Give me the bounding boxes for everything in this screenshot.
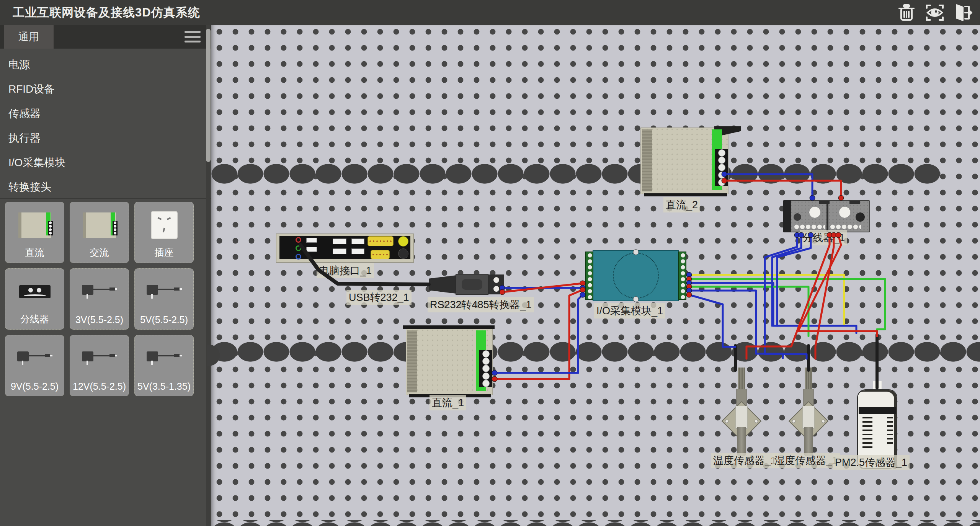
device-rs232-485-converter[interactable] <box>429 274 504 295</box>
sidebar-item-0[interactable]: 电源 <box>0 52 203 77</box>
device-tile-splitter[interactable]: 分线器 <box>5 268 64 330</box>
terminal-strip-left[interactable] <box>585 252 593 300</box>
wire-green <box>689 287 808 336</box>
pegboard-hole-band <box>211 164 941 184</box>
device-humidity-sensor[interactable] <box>791 368 826 456</box>
device-tile-adapter[interactable]: 5V(3.5-1.35) <box>134 335 194 396</box>
connector-dot <box>838 195 844 201</box>
probe-grip <box>738 368 745 390</box>
terminal-row[interactable] <box>794 224 825 229</box>
device-label: 温度传感器_1 <box>711 453 779 468</box>
mount-hole <box>792 420 795 423</box>
exit-icon[interactable] <box>953 3 973 23</box>
connector-dot <box>580 285 585 291</box>
device-label: RS232转485转换器_1 <box>428 297 534 312</box>
wire-red <box>746 235 830 359</box>
power-box-icon <box>70 207 129 243</box>
wire-blue <box>689 283 856 333</box>
audio-jack-green <box>296 245 301 251</box>
wire-green <box>689 279 885 336</box>
device-tile-adapter[interactable]: 9V(5.5-2.5) <box>5 335 64 396</box>
device-label: 直流_1 <box>430 395 466 410</box>
device-tile-adapter[interactable]: 3V(5.5-2.5) <box>70 268 129 330</box>
device-label: 分线器_1 <box>800 230 847 245</box>
tile-label: 12V(5.5-2.5) <box>70 381 129 392</box>
sidebar-item-4[interactable]: I/O采集模块 <box>0 150 203 175</box>
probe-grip <box>805 368 812 390</box>
pegboard-hole-band <box>211 342 980 362</box>
module-circle <box>613 253 659 299</box>
view-focus-icon[interactable] <box>925 3 945 23</box>
mount-hole <box>725 420 728 423</box>
lan-port <box>398 248 408 259</box>
wire-blue <box>765 235 807 359</box>
device-io-module[interactable] <box>593 250 679 301</box>
connector-dot <box>580 287 585 292</box>
divider <box>826 201 828 232</box>
device-palette: 直流交流插座分线器3V(5.5-2.5)5V(5.5-2.5)9V(5.5-2.… <box>5 202 194 396</box>
notch <box>819 201 830 204</box>
toolbar <box>897 3 980 23</box>
splitter-icon <box>5 274 64 309</box>
connector-dot <box>686 284 692 289</box>
device-dc-power-2[interactable] <box>640 127 728 194</box>
screw <box>633 296 639 302</box>
device-shadow <box>403 325 495 329</box>
connector-dot <box>686 288 692 293</box>
usb-port <box>333 248 346 254</box>
trash-icon[interactable] <box>897 3 916 23</box>
connector-dot <box>686 272 692 278</box>
adapter-icon <box>70 341 129 376</box>
mount-hole <box>794 213 801 221</box>
device-label: PM2.5传感器_1 <box>833 455 910 470</box>
terminal-strip-right[interactable] <box>678 252 686 300</box>
wire-red <box>502 283 583 292</box>
db9-port <box>371 250 390 259</box>
connector-dot <box>492 370 497 376</box>
usb-port <box>306 247 317 252</box>
adapter-icon <box>135 341 193 376</box>
device-label: 直流_2 <box>663 197 700 212</box>
scrollbar-thumb[interactable] <box>206 29 211 162</box>
sidebar-item-2[interactable]: 传感器 <box>0 101 203 126</box>
probe-sleeve <box>803 406 815 429</box>
pegboard-hole-band <box>211 520 980 526</box>
device-tile-socket[interactable]: 插座 <box>134 202 194 263</box>
device-tile-power-box[interactable]: 交流 <box>70 202 129 263</box>
knob <box>809 206 821 218</box>
tile-label: 直流 <box>5 246 64 259</box>
device-tile-adapter[interactable]: 12V(5.5-2.5) <box>70 335 129 396</box>
device-tile-adapter[interactable]: 5V(5.5-2.5) <box>134 268 194 330</box>
connector-dot <box>686 280 692 286</box>
terminal-block[interactable] <box>715 149 728 186</box>
tile-label: 插座 <box>135 246 193 259</box>
device-shadow <box>644 193 727 196</box>
sensor-band <box>859 407 896 414</box>
probe-sleeve <box>736 406 748 429</box>
device-temperature-sensor[interactable] <box>724 368 759 456</box>
sidebar-item-1[interactable]: RFID设备 <box>0 77 203 101</box>
device-computer-interface[interactable] <box>276 234 414 263</box>
terminal-block[interactable] <box>488 274 504 294</box>
workspace-canvas[interactable]: 直流_2电脑接口_1USB转232_1RS232转485转换器_1I/O采集模块… <box>211 25 980 526</box>
wire-red <box>798 235 877 336</box>
knob <box>839 206 851 218</box>
cable-hood <box>429 275 456 294</box>
notch <box>849 201 860 204</box>
terminal-block[interactable] <box>479 350 492 387</box>
menu-icon[interactable] <box>185 31 201 42</box>
sidebar-item-3[interactable]: 执行器 <box>0 126 203 150</box>
tab-general[interactable]: 通用 <box>4 25 54 49</box>
ps2-port-yellow <box>398 236 408 247</box>
terminal-row[interactable] <box>830 224 861 229</box>
device-splitter[interactable] <box>783 200 870 232</box>
device-tile-power-box[interactable]: 直流 <box>5 202 64 263</box>
audio-jack-red <box>296 237 301 243</box>
sidebar-item-5[interactable]: 转换接头 <box>0 175 203 199</box>
device-dc-power-1[interactable] <box>406 328 493 395</box>
connector-dot <box>580 281 585 286</box>
sidebar-scrollbar[interactable] <box>206 25 211 526</box>
audio-jack-blue <box>296 254 301 260</box>
db25-port <box>368 236 394 246</box>
screw <box>633 249 639 255</box>
